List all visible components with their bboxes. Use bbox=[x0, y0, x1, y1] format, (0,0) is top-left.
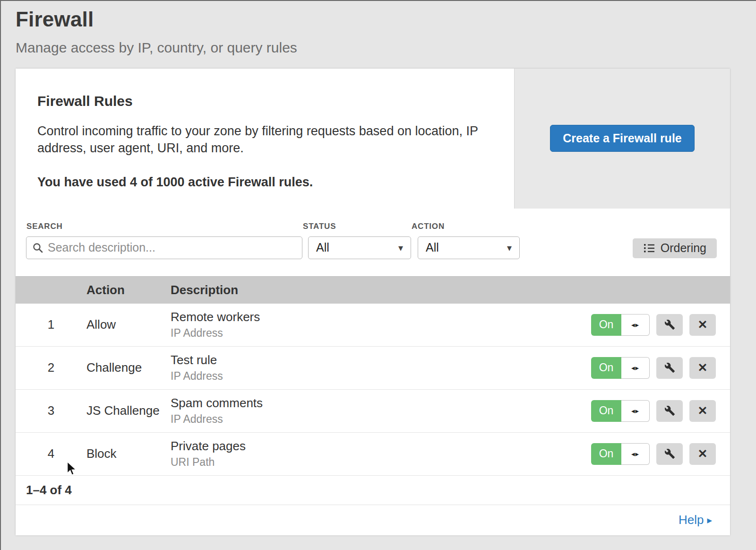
status-label: STATUS bbox=[303, 222, 411, 231]
row-action: Challenge bbox=[86, 360, 171, 375]
rule-enabled-toggle[interactable]: On ◂▸ bbox=[591, 400, 650, 422]
toggle-arrows-icon: ◂▸ bbox=[621, 400, 650, 422]
toggle-state-label: On bbox=[591, 314, 621, 336]
card-header-main: Firewall Rules Control incoming traffic … bbox=[16, 69, 514, 209]
help-arrow-icon: ▸ bbox=[707, 515, 712, 526]
ordered-list-icon bbox=[643, 243, 655, 254]
rule-enabled-toggle[interactable]: On ◂▸ bbox=[591, 357, 650, 379]
row-action: JS Challenge bbox=[86, 403, 171, 418]
row-action: Allow bbox=[86, 317, 171, 332]
toggle-arrows-icon: ◂▸ bbox=[621, 357, 650, 379]
chevron-down-icon: ▾ bbox=[507, 242, 512, 253]
row-index: 1 bbox=[16, 317, 86, 332]
help-link-label: Help bbox=[679, 513, 704, 527]
card-description: Control incoming traffic to your zone by… bbox=[37, 122, 486, 157]
page-subtitle: Manage access by IP, country, or query r… bbox=[16, 40, 756, 56]
rule-match-type: IP Address bbox=[171, 370, 584, 383]
rule-match-type: IP Address bbox=[171, 413, 584, 426]
column-description: Description bbox=[171, 283, 730, 297]
status-filter: STATUS All ▾ bbox=[302, 222, 411, 259]
rule-description: Spam comments bbox=[171, 396, 584, 410]
row-index: 2 bbox=[16, 360, 86, 375]
rule-match-type: IP Address bbox=[171, 327, 584, 340]
delete-rule-button[interactable]: ✕ bbox=[689, 400, 716, 422]
close-icon: ✕ bbox=[698, 404, 708, 418]
firewall-rules-card: Firewall Rules Control incoming traffic … bbox=[16, 69, 730, 535]
action-filter: ACTION All ▾ bbox=[411, 222, 520, 259]
toggle-state-label: On bbox=[591, 400, 621, 422]
create-firewall-rule-button[interactable]: Create a Firewall rule bbox=[550, 125, 695, 152]
row-description: Spam comments IP Address bbox=[171, 396, 584, 426]
edit-rule-button[interactable] bbox=[656, 400, 683, 422]
row-index: 3 bbox=[16, 403, 86, 418]
row-description: Private pages URI Path bbox=[171, 439, 584, 469]
row-controls: On ◂▸ ✕ bbox=[584, 400, 730, 422]
rule-match-type: URI Path bbox=[171, 456, 584, 469]
search-input[interactable] bbox=[48, 241, 296, 254]
card-header-side: Create a Firewall rule bbox=[514, 69, 730, 209]
page-header: Firewall Manage access by IP, country, o… bbox=[0, 0, 756, 56]
close-icon: ✕ bbox=[698, 318, 708, 332]
row-description: Remote workers IP Address bbox=[171, 310, 584, 340]
toggle-state-label: On bbox=[591, 443, 621, 465]
row-action: Block bbox=[86, 446, 171, 461]
search-box bbox=[26, 236, 302, 259]
edit-rule-button[interactable] bbox=[656, 357, 683, 379]
help-row: Help ▸ bbox=[16, 505, 730, 535]
delete-rule-button[interactable]: ✕ bbox=[689, 357, 716, 379]
table-row: 3 JS Challenge Spam comments IP Address … bbox=[16, 390, 730, 433]
edit-rule-button[interactable] bbox=[656, 314, 683, 336]
toggle-arrows-icon: ◂▸ bbox=[621, 443, 650, 465]
rule-description: Test rule bbox=[171, 353, 584, 367]
column-action: Action bbox=[86, 283, 171, 297]
close-icon: ✕ bbox=[698, 361, 708, 375]
filter-bar: SEARCH STATUS All ▾ ACTION bbox=[16, 209, 730, 276]
rule-description: Remote workers bbox=[171, 310, 584, 324]
table-row: 2 Challenge Test rule IP Address On ◂▸ ✕ bbox=[16, 347, 730, 390]
ordering-button-label: Ordering bbox=[661, 241, 706, 255]
edit-rule-button[interactable] bbox=[656, 443, 683, 465]
rule-description: Private pages bbox=[171, 439, 584, 454]
rule-enabled-toggle[interactable]: On ◂▸ bbox=[591, 314, 650, 336]
status-select-value: All bbox=[316, 241, 329, 254]
search-label: SEARCH bbox=[26, 222, 302, 231]
row-controls: On ◂▸ ✕ bbox=[584, 443, 730, 465]
card-header: Firewall Rules Control incoming traffic … bbox=[16, 69, 730, 209]
wrench-icon bbox=[664, 319, 675, 330]
search-icon bbox=[32, 242, 43, 253]
toggle-arrows-icon: ◂▸ bbox=[621, 314, 650, 336]
wrench-icon bbox=[664, 448, 675, 459]
row-controls: On ◂▸ ✕ bbox=[584, 357, 730, 379]
close-icon: ✕ bbox=[698, 447, 708, 461]
action-select-value: All bbox=[426, 241, 439, 254]
wrench-icon bbox=[664, 362, 675, 373]
card-heading: Firewall Rules bbox=[37, 93, 492, 109]
search-filter: SEARCH bbox=[26, 222, 302, 259]
pagination-summary: 1–4 of 4 bbox=[16, 476, 730, 505]
ordering-button[interactable]: Ordering bbox=[633, 238, 717, 258]
status-select[interactable]: All ▾ bbox=[308, 236, 411, 259]
help-link[interactable]: Help ▸ bbox=[679, 513, 712, 527]
row-controls: On ◂▸ ✕ bbox=[584, 314, 730, 336]
delete-rule-button[interactable]: ✕ bbox=[689, 443, 716, 465]
row-index: 4 bbox=[16, 446, 86, 461]
rule-enabled-toggle[interactable]: On ◂▸ bbox=[591, 443, 650, 465]
table-header: Action Description bbox=[16, 276, 730, 304]
wrench-icon bbox=[664, 405, 675, 416]
table-row: 1 Allow Remote workers IP Address On ◂▸ … bbox=[16, 304, 730, 347]
toggle-state-label: On bbox=[591, 357, 621, 379]
delete-rule-button[interactable]: ✕ bbox=[689, 314, 716, 336]
chevron-down-icon: ▾ bbox=[398, 242, 403, 253]
usage-text: You have used 4 of 1000 active Firewall … bbox=[37, 175, 492, 190]
page-title: Firewall bbox=[16, 8, 756, 31]
action-select[interactable]: All ▾ bbox=[418, 236, 520, 259]
table-row: 4 Block Private pages URI Path On ◂▸ ✕ bbox=[16, 433, 730, 476]
row-description: Test rule IP Address bbox=[171, 353, 584, 383]
firewall-page: Firewall Manage access by IP, country, o… bbox=[0, 0, 756, 550]
action-label: ACTION bbox=[412, 222, 520, 231]
